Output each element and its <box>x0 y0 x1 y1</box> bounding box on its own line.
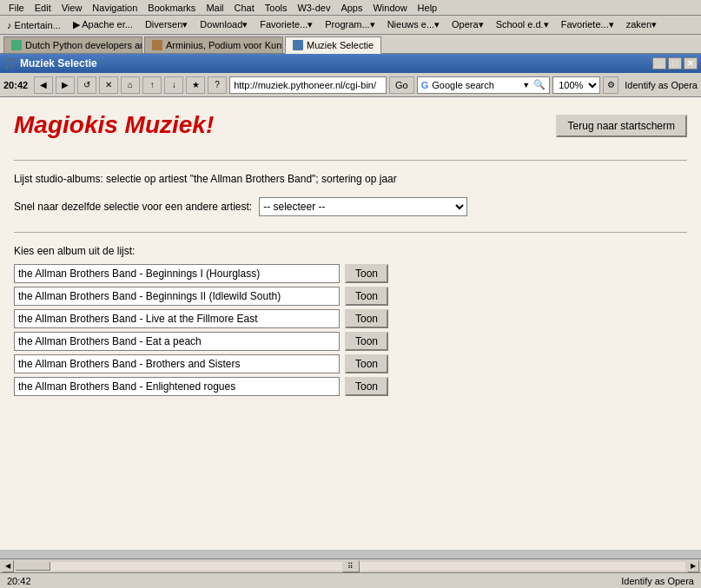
go-button[interactable]: Go <box>389 76 414 94</box>
artist-select-label: Snel naar dezelfde selectie voor een and… <box>14 201 252 213</box>
search-icon[interactable]: 🔍 <box>533 79 546 90</box>
album-row-2: the Allman Brothers Band - Live at the F… <box>14 309 687 328</box>
menu-tools[interactable]: Tools <box>260 0 293 15</box>
album-section-label: Kies een album uit de lijst: <box>14 245 687 257</box>
menu-w3dev[interactable]: W3-dev <box>292 0 335 15</box>
tab-muziek[interactable]: Muziek Selectie <box>285 36 381 54</box>
bookmark-zaken[interactable]: zaken▾ <box>621 17 662 32</box>
album-name-0: the Allman Brothers Band - Beginnings I … <box>14 264 340 283</box>
bottom-scrollbar: ◀ ⠿ ▶ <box>0 558 701 572</box>
search-dropdown-icon[interactable]: ▼ <box>522 81 530 89</box>
stop-button[interactable]: ✕ <box>99 76 118 94</box>
tab-python[interactable]: Dutch Python developers and users <box>3 36 142 53</box>
album-name-4: the Allman Brothers Band - Brothers and … <box>14 354 340 373</box>
menu-help[interactable]: Help <box>413 0 443 15</box>
menu-chat[interactable]: Chat <box>229 0 260 15</box>
bookmark-opera[interactable]: Opera▾ <box>446 17 489 32</box>
header-divider <box>14 160 687 161</box>
close-button[interactable]: ✕ <box>684 57 698 69</box>
menu-file[interactable]: File <box>3 0 30 15</box>
url-input[interactable] <box>229 76 387 94</box>
minimize-button[interactable]: _ <box>652 57 666 69</box>
search-input[interactable] <box>432 80 519 90</box>
forward-nav-button[interactable]: ▶ <box>56 76 75 94</box>
artist-dropdown[interactable]: -- selecteer -- <box>259 197 467 216</box>
bookmarks-bar: ♪ Entertain... ▶ Apache er... Diversen▾ … <box>0 16 701 35</box>
bookmark-apache[interactable]: ▶ Apache er... <box>68 17 138 32</box>
tab-arminius[interactable]: Arminius, Podium voor Kunst, Cultuur en … <box>144 36 283 53</box>
scroll-left-button[interactable]: ◀ <box>2 560 14 572</box>
toon-button-4[interactable]: Toon <box>345 354 388 373</box>
identify-label: Identify as Opera <box>625 80 698 90</box>
scroll-right-button[interactable]: ▶ <box>687 560 699 572</box>
back-to-start-button[interactable]: Terug naar startscherm <box>556 115 687 137</box>
prev-page-button[interactable]: ↑ <box>142 76 162 94</box>
menu-window[interactable]: Window <box>367 0 412 15</box>
back-nav-button[interactable]: ◀ <box>34 76 53 94</box>
menu-bar: File Edit View Navigation Bookmarks Mail… <box>0 0 701 16</box>
help-button[interactable]: ? <box>208 76 227 94</box>
toon-button-0[interactable]: Toon <box>345 264 388 283</box>
album-name-1: the Allman Brothers Band - Beginnings II… <box>14 287 340 306</box>
bookmark-button[interactable]: ★ <box>186 76 205 94</box>
bookmark-diversen[interactable]: Diversen▾ <box>140 17 193 32</box>
zoom-select[interactable]: 100% 75% 125% 150% <box>552 76 600 94</box>
window-title: Muziek Selectie <box>20 57 97 69</box>
address-bar: 20:42 ◀ ▶ ↺ ✕ ⌂ ↑ ↓ ★ ? Go G ▼ 🔍 100% 75… <box>0 73 701 97</box>
album-name-3: the Allman Brothers Band - Eat a peach <box>14 332 340 351</box>
home-button[interactable]: ⌂ <box>121 76 140 94</box>
bookmark-nieuws[interactable]: Nieuws e...▾ <box>382 17 445 32</box>
menu-apps[interactable]: Apps <box>335 0 367 15</box>
bookmark-favoriete2[interactable]: Favoriete...▾ <box>556 17 619 32</box>
bookmark-program[interactable]: Program...▾ <box>320 17 380 32</box>
tab-bar: Dutch Python developers and users Armini… <box>0 35 701 54</box>
status-identify: Identify as Opera <box>621 576 694 586</box>
content-area: Magiokis Muziek! Terug naar startscherm … <box>0 97 701 550</box>
maximize-button[interactable]: □ <box>668 57 682 69</box>
album-row-1: the Allman Brothers Band - Beginnings II… <box>14 287 687 306</box>
album-row-0: the Allman Brothers Band - Beginnings I … <box>14 264 687 283</box>
menu-navigation[interactable]: Navigation <box>87 0 142 15</box>
list-info-text: Lijst studio-albums: selectie op artiest… <box>14 173 687 185</box>
bookmark-school[interactable]: School e.d.▾ <box>491 17 554 32</box>
bookmark-download[interactable]: Download▾ <box>195 17 253 32</box>
scroll-thumb[interactable] <box>16 562 50 571</box>
status-bar: 20:42 Identify as Opera <box>0 572 701 588</box>
toon-button-3[interactable]: Toon <box>345 332 388 351</box>
reload-button[interactable]: ↺ <box>77 76 96 94</box>
menu-bookmarks[interactable]: Bookmarks <box>142 0 201 15</box>
album-name-2: the Allman Brothers Band - Live at the F… <box>14 309 340 328</box>
time-display: 20:42 <box>3 80 28 90</box>
status-time: 20:42 <box>7 576 31 586</box>
window-icon: 🎵 <box>3 57 17 69</box>
center-scroll-icon[interactable]: ⠿ <box>342 560 360 572</box>
menu-view[interactable]: View <box>56 0 88 15</box>
album-row-3: the Allman Brothers Band - Eat a peach T… <box>14 332 687 351</box>
toon-button-1[interactable]: Toon <box>345 287 388 306</box>
albums-divider <box>14 232 687 233</box>
menu-edit[interactable]: Edit <box>30 0 56 15</box>
menu-mail[interactable]: Mail <box>201 0 228 15</box>
google-icon: G <box>421 80 429 90</box>
album-row-4: the Allman Brothers Band - Brothers and … <box>14 354 687 373</box>
album-name-5: the Allman Brothers Band - Enlightened r… <box>14 377 340 396</box>
bookmark-favoriete1[interactable]: Favoriete...▾ <box>255 17 318 32</box>
bookmark-entertain[interactable]: ♪ Entertain... <box>2 18 66 32</box>
page-title: Magiokis Muziek! <box>14 111 214 139</box>
window-title-bar: 🎵 Muziek Selectie _ □ ✕ <box>0 54 701 73</box>
next-page-button[interactable]: ↓ <box>164 76 183 94</box>
album-row-5: the Allman Brothers Band - Enlightened r… <box>14 377 687 396</box>
zoom-tools-button[interactable]: ⚙ <box>603 76 618 94</box>
toon-button-5[interactable]: Toon <box>345 377 388 396</box>
artist-select-row: Snel naar dezelfde selectie voor een and… <box>14 197 687 216</box>
toon-button-2[interactable]: Toon <box>345 309 388 328</box>
